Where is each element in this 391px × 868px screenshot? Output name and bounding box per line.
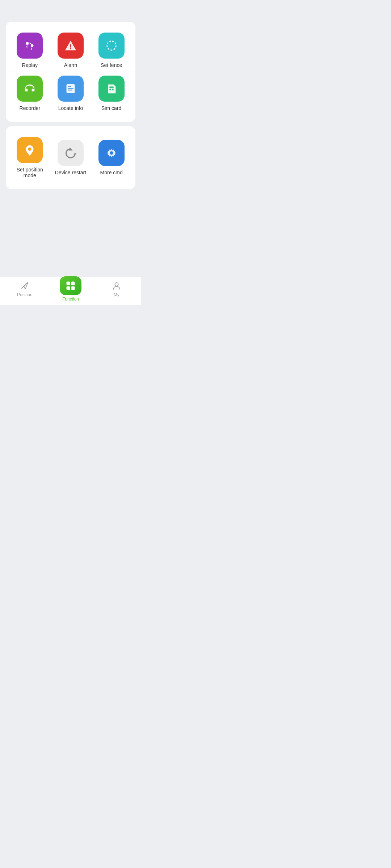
svg-point-3 <box>70 48 71 50</box>
nav-my[interactable]: My <box>102 281 131 297</box>
locate-info-item[interactable]: Locate info <box>50 72 91 115</box>
device-restart-icon-box <box>58 140 84 166</box>
sim-card-label: Sim card <box>101 105 121 111</box>
send-icon <box>20 281 29 290</box>
main-content: Replay Alarm Set fence <box>0 16 141 276</box>
my-nav-label: My <box>114 292 119 297</box>
replay-icon-box <box>17 33 43 59</box>
device-restart-icon <box>64 146 77 160</box>
svg-rect-17 <box>67 281 70 285</box>
more-cmd-icon-box <box>98 140 125 166</box>
recorder-icon-box <box>17 76 43 102</box>
svg-rect-2 <box>70 44 71 48</box>
my-nav-icon <box>112 281 122 291</box>
svg-rect-7 <box>68 88 73 89</box>
svg-rect-20 <box>71 286 75 290</box>
card-2: Set position mode Device restart <box>6 126 135 189</box>
bottom-nav: Position Function My <box>0 276 141 305</box>
device-restart-label: Device restart <box>55 170 86 175</box>
locate-info-icon <box>64 82 77 95</box>
recorder-icon <box>23 82 37 95</box>
svg-rect-19 <box>67 286 70 290</box>
person-icon <box>112 281 121 290</box>
nav-function[interactable]: Function <box>60 276 81 302</box>
svg-rect-11 <box>109 86 113 88</box>
more-cmd-item[interactable]: More cmd <box>91 133 132 182</box>
svg-point-4 <box>107 41 116 50</box>
position-mode-icon <box>23 143 37 157</box>
recorder-item[interactable]: Recorder <box>9 72 50 115</box>
svg-point-21 <box>115 282 118 286</box>
svg-rect-8 <box>68 90 72 90</box>
set-fence-icon <box>105 39 118 52</box>
set-fence-icon-box <box>98 33 125 59</box>
nav-position[interactable]: Position <box>10 281 39 297</box>
svg-rect-6 <box>68 86 71 87</box>
alarm-item[interactable]: Alarm <box>50 29 91 72</box>
replay-item[interactable]: Replay <box>9 29 50 72</box>
replay-icon <box>23 39 37 52</box>
alarm-icon-box <box>58 33 84 59</box>
function-nav-icon-active <box>60 276 81 295</box>
more-cmd-label: More cmd <box>100 170 123 175</box>
set-position-mode-icon-box <box>17 137 43 163</box>
set-fence-item[interactable]: Set fence <box>91 29 132 72</box>
svg-rect-18 <box>71 281 75 285</box>
position-nav-label: Position <box>17 292 33 297</box>
locate-info-label: Locate info <box>58 105 83 111</box>
more-cmd-icon <box>105 146 118 160</box>
svg-rect-9 <box>109 89 111 90</box>
set-position-mode-label: Set position mode <box>11 167 49 178</box>
locate-info-icon-box <box>58 76 84 102</box>
svg-point-12 <box>28 147 32 151</box>
sim-card-icon-box <box>98 76 125 102</box>
recorder-label: Recorder <box>20 105 41 111</box>
set-fence-label: Set fence <box>101 62 122 68</box>
set-position-mode-item[interactable]: Set position mode <box>9 133 50 182</box>
status-bar <box>0 0 141 16</box>
alarm-icon <box>64 39 77 52</box>
sim-card-icon <box>105 82 118 95</box>
alarm-label: Alarm <box>64 62 77 68</box>
svg-point-15 <box>110 151 113 155</box>
svg-rect-10 <box>112 89 114 90</box>
card-1: Replay Alarm Set fence <box>6 22 135 122</box>
position-nav-icon <box>20 281 30 291</box>
function-nav-label: Function <box>62 297 79 302</box>
device-restart-item[interactable]: Device restart <box>50 133 91 182</box>
replay-label: Replay <box>22 62 38 68</box>
sim-card-item[interactable]: Sim card <box>91 72 132 115</box>
function-grid-icon <box>65 280 76 291</box>
